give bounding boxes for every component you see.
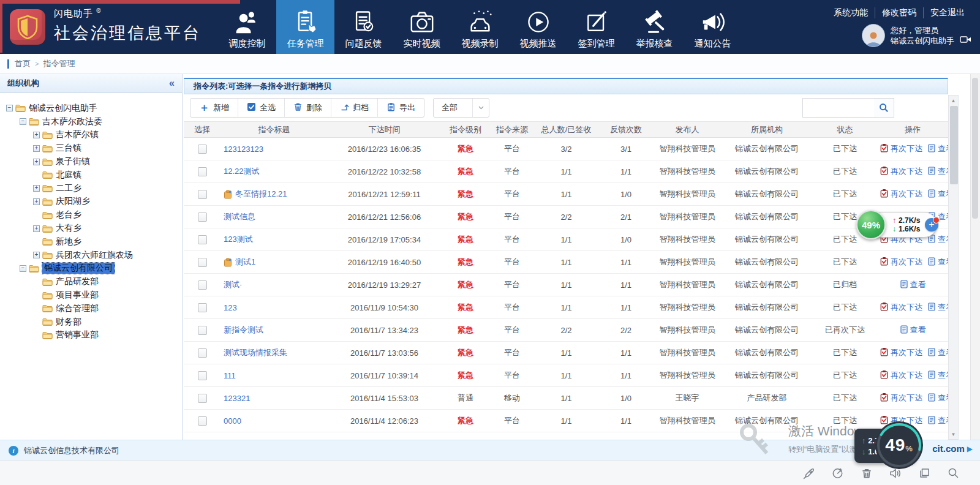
instruction-title-link[interactable]: 测试现场情报采集 (224, 347, 287, 358)
redeliver-button[interactable]: 再次下达 (880, 166, 922, 177)
select-all-button[interactable]: 全选 (238, 99, 284, 117)
instruction-title-link[interactable]: 123123123 (224, 145, 263, 154)
nav-item-6[interactable]: 视频推送 (509, 0, 567, 54)
tree-item[interactable]: +庆阳湖乡 (2, 195, 179, 209)
instruction-title-link[interactable]: 12.22测试 (224, 166, 260, 177)
table-scrollbar[interactable]: ▲ ▼ (948, 95, 959, 440)
instruction-title-link[interactable]: 新指令测试 (224, 325, 263, 336)
minus-expander-icon[interactable]: − (20, 265, 26, 272)
tree-item[interactable]: −锦诚云创闪电助手 (2, 102, 179, 115)
row-checkbox[interactable] (198, 235, 207, 244)
row-checkbox[interactable] (198, 190, 207, 199)
video-camera-icon[interactable] (960, 35, 971, 46)
nav-item-2[interactable]: 任务管理 (276, 0, 334, 54)
row-checkbox[interactable] (198, 212, 207, 222)
search-input[interactable] (803, 99, 874, 117)
plus-expander-icon[interactable]: + (33, 198, 40, 205)
trash-icon[interactable] (861, 467, 873, 479)
tree-item[interactable]: 项目事业部 (2, 288, 179, 302)
header-link-2[interactable]: 修改密码 (875, 7, 923, 18)
redeliver-button[interactable]: 再次下达 (880, 347, 922, 358)
tree-item[interactable]: +兵团农六师红旗农场 (2, 249, 179, 262)
scroll-up-icon[interactable]: ▲ (949, 96, 958, 105)
tree-item[interactable]: −吉木萨尔政法委 (2, 115, 179, 129)
collapse-sidebar-icon[interactable]: « (169, 78, 175, 89)
minus-expander-icon[interactable]: − (6, 105, 13, 111)
row-checkbox[interactable] (198, 416, 207, 426)
tree-item[interactable]: +三台镇 (2, 141, 179, 155)
corner-usage-ball[interactable]: 49% (875, 421, 923, 469)
tree-item[interactable]: +吉木萨尔镇 (2, 129, 179, 142)
row-checkbox[interactable] (198, 280, 207, 290)
header-link-1[interactable]: 系统功能 (827, 7, 875, 18)
add-button[interactable]: ＋新增 (190, 99, 238, 117)
view-button[interactable]: 查看 (927, 415, 948, 426)
tree-item[interactable]: 财务部 (2, 315, 179, 329)
instruction-title-link[interactable]: 冬至情报12.21 (235, 189, 287, 200)
redeliver-button[interactable]: 再次下达 (880, 370, 922, 381)
delete-button[interactable]: 删除 (284, 99, 331, 117)
redeliver-button[interactable]: 再次下达 (880, 257, 922, 268)
tree-item[interactable]: +二工乡 (2, 182, 179, 195)
redeliver-button[interactable]: 再次下达 (880, 302, 922, 313)
breadcrumb-home[interactable]: 首页 (15, 58, 31, 69)
row-checkbox[interactable] (198, 167, 207, 176)
instruction-title-link[interactable]: 111 (224, 371, 236, 380)
scroll-down-icon[interactable]: ▼ (949, 429, 958, 439)
instruction-title-link[interactable]: 测试1 (235, 257, 255, 268)
tree-item[interactable]: 北庭镇 (2, 168, 179, 182)
view-button[interactable]: 查看 (927, 370, 948, 381)
row-checkbox[interactable] (198, 303, 207, 312)
speed-dial-icon[interactable] (832, 467, 844, 479)
tree-item[interactable]: −锦诚云创有限公司 (2, 262, 179, 276)
nav-item-1[interactable]: 调度控制 (218, 0, 276, 54)
row-checkbox[interactable] (198, 145, 207, 154)
view-button[interactable]: 查看 (927, 302, 948, 313)
view-button[interactable]: 查看 (927, 143, 948, 154)
redeliver-button[interactable]: 再次下达 (880, 189, 922, 200)
status-filter-dropdown[interactable]: 全部 (433, 98, 489, 118)
nav-item-3[interactable]: 问题反馈 (334, 0, 393, 54)
view-button[interactable]: 查看 (900, 325, 926, 336)
instruction-title-link[interactable]: 测试信息 (224, 211, 255, 222)
row-checkbox[interactable] (198, 394, 207, 403)
tree-item[interactable]: +泉子街镇 (2, 155, 179, 168)
tree-item[interactable]: +大有乡 (2, 222, 179, 235)
view-button[interactable]: 查看 (900, 279, 926, 290)
tree-item[interactable]: 新地乡 (2, 235, 179, 249)
instruction-title-link[interactable]: 123321 (224, 394, 250, 403)
row-checkbox[interactable] (198, 371, 207, 380)
nav-item-9[interactable]: 通知公告 (684, 0, 742, 54)
site-link[interactable]: cit.com ▶ (932, 443, 973, 454)
window-scrollbar[interactable]: ▼ (970, 74, 980, 461)
header-link-3[interactable]: 安全退出 (923, 7, 971, 18)
nav-item-5[interactable]: 视频录制 (451, 0, 509, 54)
plus-expander-icon[interactable]: + (33, 185, 40, 192)
memory-usage-ball[interactable]: 49% (856, 210, 886, 239)
row-checkbox[interactable] (198, 326, 207, 335)
tree-item[interactable]: 综合管理部 (2, 302, 179, 315)
plus-expander-icon[interactable]: + (33, 225, 40, 232)
row-checkbox[interactable] (198, 258, 207, 267)
plus-expander-icon[interactable]: + (33, 159, 40, 165)
export-button[interactable]: 导出 (377, 99, 424, 117)
instruction-title-link[interactable]: 测试· (224, 279, 242, 290)
nav-item-8[interactable]: 举报核查 (625, 0, 684, 54)
search-icon[interactable] (874, 99, 894, 117)
view-button[interactable]: 查看 (927, 393, 948, 404)
instruction-title-link[interactable]: 0000 (224, 416, 241, 426)
redeliver-button[interactable]: 再次下达 (880, 143, 922, 154)
scrollbar-thumb[interactable] (950, 106, 958, 184)
window-scrollbar-thumb[interactable] (972, 78, 978, 219)
instruction-title-link[interactable]: 123测试 (224, 234, 253, 245)
plus-expander-icon[interactable]: + (33, 252, 40, 258)
row-checkbox[interactable] (198, 348, 207, 358)
minus-expander-icon[interactable]: − (20, 118, 26, 125)
accelerate-button[interactable]: + (925, 218, 938, 231)
plus-expander-icon[interactable]: + (33, 145, 40, 152)
view-button[interactable]: 查看 (927, 347, 948, 358)
nav-item-7[interactable]: 签到管理 (567, 0, 625, 54)
nav-item-4[interactable]: 实时视频 (393, 0, 451, 54)
view-button[interactable]: 查看 (927, 257, 948, 268)
plus-expander-icon[interactable]: + (33, 132, 40, 138)
